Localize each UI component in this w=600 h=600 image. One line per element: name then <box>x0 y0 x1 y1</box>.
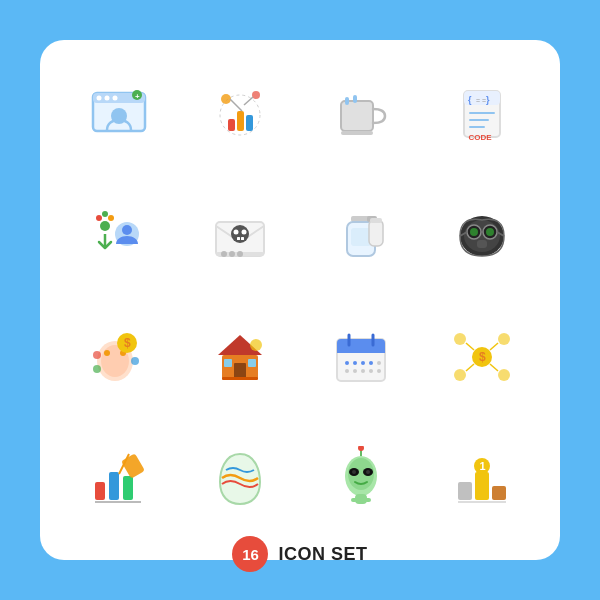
svg-text:1: 1 <box>479 460 485 472</box>
ranking-icon: 1 <box>427 423 536 532</box>
svg-rect-119 <box>458 482 472 500</box>
svg-point-90 <box>377 361 381 365</box>
svg-rect-19 <box>353 95 357 103</box>
svg-point-84 <box>361 361 365 365</box>
svg-point-33 <box>96 215 102 221</box>
svg-point-68 <box>93 365 101 373</box>
svg-text:$: $ <box>124 336 131 350</box>
svg-point-88 <box>361 369 365 373</box>
svg-point-115 <box>366 470 370 474</box>
employee-download-icon <box>64 181 173 290</box>
svg-point-86 <box>345 369 349 373</box>
svg-point-43 <box>221 251 227 257</box>
svg-rect-18 <box>345 97 349 105</box>
gas-mask-icon <box>427 181 536 290</box>
svg-rect-16 <box>341 101 373 131</box>
svg-point-44 <box>229 251 235 257</box>
svg-rect-106 <box>121 453 145 478</box>
svg-point-69 <box>131 357 139 365</box>
main-card: + <box>40 40 560 560</box>
svg-rect-72 <box>234 363 246 379</box>
svg-point-94 <box>454 333 466 345</box>
svg-point-12 <box>221 94 231 104</box>
svg-rect-118 <box>365 498 371 502</box>
svg-rect-51 <box>370 218 382 223</box>
svg-point-89 <box>369 369 373 373</box>
svg-rect-74 <box>248 359 256 367</box>
edit-chart-icon <box>64 423 173 532</box>
svg-point-30 <box>122 225 132 235</box>
svg-point-37 <box>231 225 249 243</box>
easter-egg-icon <box>185 423 294 532</box>
svg-line-101 <box>490 364 498 371</box>
svg-point-82 <box>345 361 349 365</box>
svg-text:= =: = = <box>476 97 486 104</box>
svg-point-4 <box>112 95 117 100</box>
svg-text:CODE: CODE <box>468 133 492 142</box>
svg-point-39 <box>241 229 246 234</box>
svg-point-83 <box>353 361 357 365</box>
svg-text:{: { <box>468 95 472 105</box>
svg-point-95 <box>498 333 510 345</box>
svg-point-67 <box>93 351 101 359</box>
cabin-icon <box>185 302 294 411</box>
svg-point-97 <box>498 369 510 381</box>
icon-count-badge: 16 <box>232 536 268 572</box>
svg-rect-17 <box>341 131 373 135</box>
web-user-icon: + <box>64 60 173 169</box>
svg-point-76 <box>250 339 262 351</box>
svg-point-31 <box>100 221 110 231</box>
svg-point-34 <box>108 215 114 221</box>
svg-rect-120 <box>475 472 489 500</box>
svg-point-56 <box>470 228 478 236</box>
network-money-icon: $ <box>427 302 536 411</box>
svg-line-100 <box>466 364 474 371</box>
data-analysis-icon <box>185 60 294 169</box>
svg-rect-102 <box>95 482 105 500</box>
svg-point-96 <box>454 369 466 381</box>
svg-rect-73 <box>224 359 232 367</box>
svg-rect-41 <box>241 237 244 240</box>
svg-rect-104 <box>123 476 133 500</box>
skull-mail-icon <box>185 181 294 290</box>
svg-rect-103 <box>109 472 119 500</box>
svg-point-91 <box>377 369 381 373</box>
svg-rect-50 <box>369 220 383 246</box>
svg-rect-79 <box>337 347 385 353</box>
svg-text:}: } <box>486 95 490 105</box>
icon-set-label: ICON SET <box>278 544 367 565</box>
icon-grid: + <box>64 60 536 532</box>
svg-text:+: + <box>135 92 140 101</box>
svg-rect-117 <box>351 498 357 502</box>
svg-line-13 <box>230 99 242 111</box>
svg-rect-11 <box>246 115 253 131</box>
svg-point-35 <box>102 211 108 217</box>
jar-icon <box>306 181 415 290</box>
svg-point-57 <box>486 228 494 236</box>
svg-point-3 <box>104 95 109 100</box>
svg-line-98 <box>466 343 474 350</box>
alien-icon <box>306 423 415 532</box>
svg-rect-58 <box>477 240 487 248</box>
svg-point-114 <box>352 470 356 474</box>
code-file-icon: { = = } CODE <box>427 60 536 169</box>
svg-point-87 <box>353 369 357 373</box>
svg-rect-48 <box>351 228 371 246</box>
mug-icon <box>306 60 415 169</box>
svg-point-111 <box>358 446 364 451</box>
badge-row: 16 ICON SET <box>232 536 367 572</box>
calendar-icon <box>306 302 415 411</box>
svg-line-15 <box>244 97 253 105</box>
svg-point-63 <box>104 350 110 356</box>
svg-point-85 <box>369 361 373 365</box>
svg-point-2 <box>96 95 101 100</box>
svg-rect-10 <box>237 111 244 131</box>
svg-rect-116 <box>355 494 367 504</box>
svg-point-38 <box>233 229 238 234</box>
mind-money-icon: $ <box>64 302 173 411</box>
svg-point-45 <box>237 251 243 257</box>
svg-rect-75 <box>222 377 258 380</box>
svg-rect-121 <box>492 486 506 500</box>
svg-rect-40 <box>237 237 240 240</box>
svg-line-99 <box>490 343 498 350</box>
